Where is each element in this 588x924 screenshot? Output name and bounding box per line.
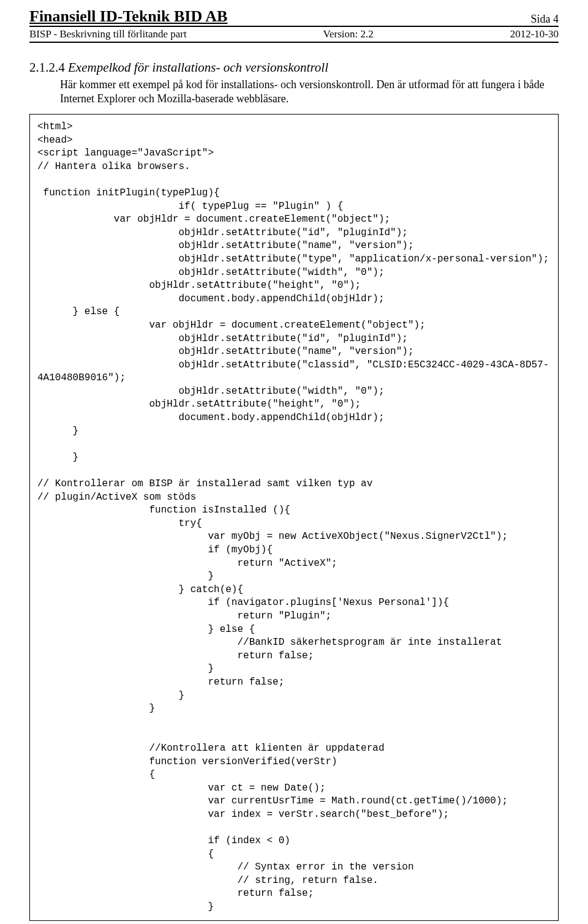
doc-date: 2012-10-30 xyxy=(510,28,559,40)
section-paragraph: Här kommer ett exempel på kod för instal… xyxy=(60,78,559,105)
code-listing: <html> <head> <script language="JavaScri… xyxy=(29,114,559,921)
header-top: Finansiell ID-Teknik BID AB Sida 4 xyxy=(29,0,559,27)
header-sub: BISP - Beskrivning till förlitande part … xyxy=(29,27,559,43)
section-title: Exempelkod för installations- och versio… xyxy=(68,60,328,75)
doc-title: BISP - Beskrivning till förlitande part xyxy=(29,28,187,40)
version-label: Version: 2.2 xyxy=(323,28,374,40)
company-title: Finansiell ID-Teknik BID AB xyxy=(29,7,227,26)
page-number: Sida 4 xyxy=(530,13,559,26)
section-heading: 2.1.2.4 Exempelkod för installations- oc… xyxy=(29,60,559,75)
section-number: 2.1.2.4 xyxy=(29,60,65,75)
